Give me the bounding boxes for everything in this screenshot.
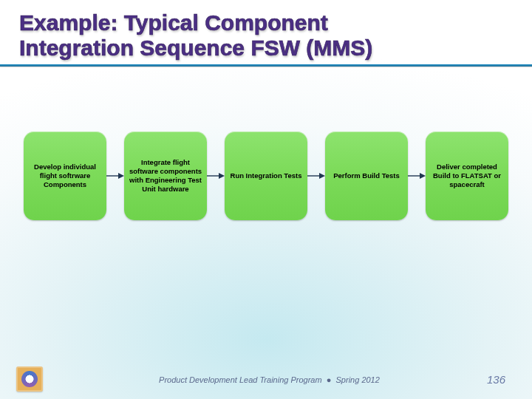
flow-step-1: Develop individual flight softrware Comp… [24,132,106,220]
footer-program: Product Development Lead Training Progra… [159,375,322,384]
title-line-2: Integration Sequence FSW (MMS) [19,35,372,60]
arrow-icon [408,171,426,180]
arrow-icon [207,171,225,180]
flow-step-2: Integrate flight software components wit… [124,132,207,220]
svg-marker-1 [118,173,124,179]
flow-step-4: Perform Build Tests [325,132,408,220]
flow-step-3: Run Integration Tests [225,132,307,220]
flow-step-label: Perform Build Tests [329,171,404,180]
svg-marker-7 [420,173,426,179]
flow-diagram: Develop individual flight softrware Comp… [0,66,532,220]
flow-step-5: Deliver completed Build to FLATSAT or sp… [426,132,508,220]
footer-text: Product Development Lead Training Progra… [52,375,487,384]
flow-step-label: Deliver completed Build to FLATSAT or sp… [426,163,508,189]
slide-footer: Product Development Lead Training Progra… [0,373,532,386]
title-line-1: Example: Typical Component [19,10,328,35]
slide-title: Example: Typical Component Integration S… [0,0,532,64]
footer-term: Spring 2012 [336,375,380,384]
page-number: 136 [487,373,505,386]
footer-bullet: ● [327,375,332,384]
arrow-icon [307,171,325,180]
flow-step-label: Develop individual flight softrware Comp… [24,163,106,189]
svg-marker-5 [319,173,325,179]
arrow-icon [106,171,124,180]
flow-step-label: Integrate flight software components wit… [124,158,207,194]
flow-step-label: Run Integration Tests [226,171,307,180]
svg-marker-3 [219,173,225,179]
